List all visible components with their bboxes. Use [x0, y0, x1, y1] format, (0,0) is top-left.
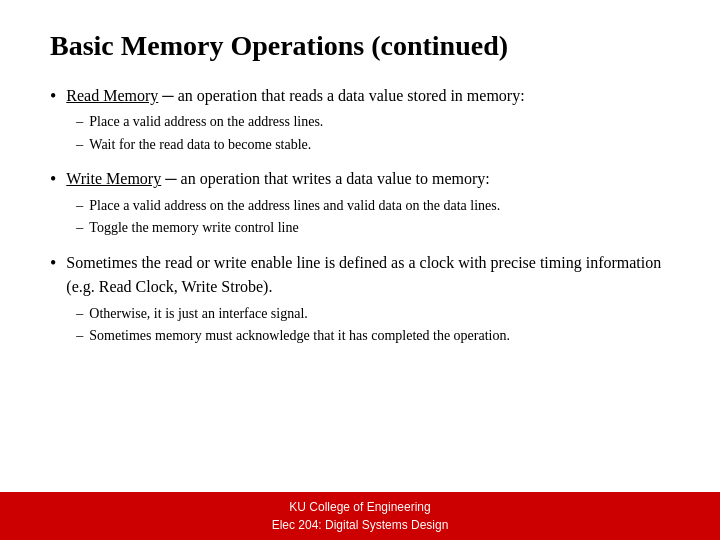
bullet-dot-2: •	[50, 167, 56, 192]
footer-line2: Elec 204: Digital Systems Design	[0, 516, 720, 534]
slide: Basic Memory Operations (continued) • Re…	[0, 0, 720, 540]
slide-content: • Read Memory ─ an operation that reads …	[50, 84, 670, 349]
sub-bullet-sometimes-1: – Otherwise, it is just an interface sig…	[76, 304, 670, 324]
bullet-sometimes: • Sometimes the read or write enable lin…	[50, 251, 670, 349]
read-memory-desc: an operation that reads a data value sto…	[174, 87, 525, 104]
write-memory-desc: an operation that writes a data value to…	[177, 170, 490, 187]
sub-bullet-read-1: – Place a valid address on the address l…	[76, 112, 524, 132]
bullet-read-memory: • Read Memory ─ an operation that reads …	[50, 84, 670, 157]
sub-bullet-write-2-text: Toggle the memory write control line	[89, 218, 298, 238]
read-memory-emdash: ─	[158, 87, 173, 104]
sub-bullet-write-2: – Toggle the memory write control line	[76, 218, 500, 238]
sometimes-term: Sometimes	[66, 254, 137, 271]
write-memory-term: Write Memory	[66, 170, 161, 187]
bullet-dot-1: •	[50, 84, 56, 109]
bullet-text-2: Write Memory ─ an operation that writes …	[66, 167, 500, 240]
sub-bullet-read-2-text: Wait for the read data to become stable.	[89, 135, 311, 155]
write-memory-subbullets: – Place a valid address on the address l…	[76, 196, 500, 238]
read-memory-subbullets: – Place a valid address on the address l…	[76, 112, 524, 154]
footer-line1: KU College of Engineering	[0, 498, 720, 516]
read-memory-term: Read Memory	[66, 87, 158, 104]
bullet-text-1: Read Memory ─ an operation that reads a …	[66, 84, 524, 157]
sub-bullet-read-2: – Wait for the read data to become stabl…	[76, 135, 524, 155]
sub-bullet-read-1-text: Place a valid address on the address lin…	[89, 112, 323, 132]
title-normal: Basic Memory Operations	[50, 30, 371, 61]
sub-bullet-write-1: – Place a valid address on the address l…	[76, 196, 500, 216]
sometimes-desc: the read or write enable line is defined…	[66, 254, 661, 295]
title-bold: (continued)	[371, 30, 508, 61]
slide-title: Basic Memory Operations (continued)	[50, 30, 670, 62]
bullet-write-memory: • Write Memory ─ an operation that write…	[50, 167, 670, 240]
footer-bar: KU College of Engineering Elec 204: Digi…	[0, 492, 720, 540]
write-memory-emdash: ─	[161, 170, 176, 187]
sub-bullet-write-1-text: Place a valid address on the address lin…	[89, 196, 500, 216]
bullet-dot-3: •	[50, 251, 56, 276]
bullet-text-3: Sometimes the read or write enable line …	[66, 251, 670, 349]
sub-bullet-sometimes-2: – Sometimes memory must acknowledge that…	[76, 326, 670, 346]
sub-bullet-sometimes-1-text: Otherwise, it is just an interface signa…	[89, 304, 308, 324]
sometimes-subbullets: – Otherwise, it is just an interface sig…	[76, 304, 670, 346]
sub-bullet-sometimes-2-text: Sometimes memory must acknowledge that i…	[89, 326, 510, 346]
